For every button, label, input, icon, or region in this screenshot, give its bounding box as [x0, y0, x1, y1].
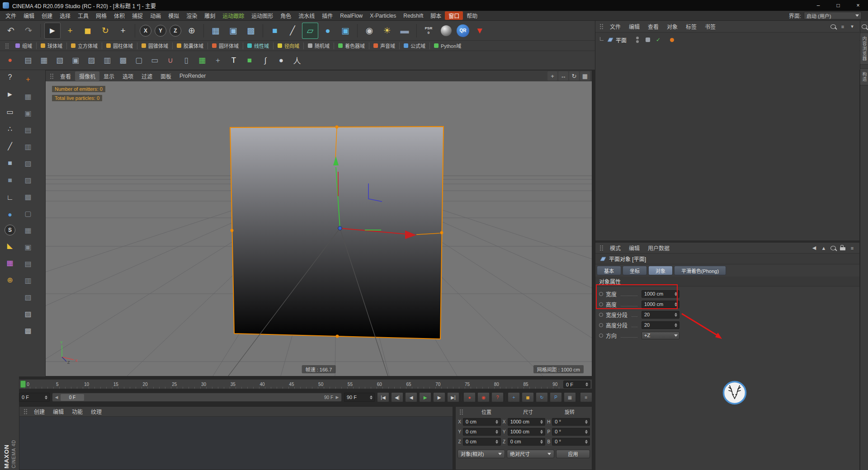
object-list-item[interactable]: 平面 ✓	[598, 36, 857, 44]
keyframe-dot-icon[interactable]	[599, 313, 603, 317]
attribute-manager-menu-item[interactable]: 用户数据	[644, 244, 674, 252]
rotation-field[interactable]: 0 °	[552, 428, 590, 436]
menu-item[interactable]: 捕捉	[128, 11, 146, 20]
close-button[interactable]: ×	[848, 0, 868, 11]
apply-button[interactable]: 应用	[556, 450, 590, 458]
attribute-value-field[interactable]: +Z	[642, 332, 679, 339]
keyframe-dot-icon[interactable]	[599, 323, 603, 327]
back-icon[interactable]: ◀	[811, 245, 817, 251]
end-frame-field[interactable]: 90 F	[344, 393, 375, 402]
minimize-button[interactable]: –	[808, 0, 828, 11]
joint-tool-button[interactable]: 人	[290, 53, 304, 68]
live-selection-tool[interactable]: ►	[44, 23, 61, 39]
render-view-button[interactable]: ▦	[208, 23, 224, 39]
palette-grid-icon[interactable]: ▧	[21, 156, 35, 170]
last-used-tool[interactable]: +	[115, 23, 131, 39]
viewport-menu-item[interactable]: 过滤	[137, 71, 156, 81]
size-field[interactable]: 0 cm	[508, 438, 546, 446]
stepper-icon[interactable]	[584, 428, 588, 435]
record-pla-toggle[interactable]: ▦	[564, 392, 576, 402]
polygon-mode-button[interactable]: ■	[3, 156, 17, 170]
mesh-tool-icon[interactable]: ▨	[84, 53, 99, 68]
field-object-button[interactable]: 随机域	[303, 42, 334, 49]
menu-item[interactable]: 体积	[110, 11, 128, 20]
toggle-views-icon[interactable]: ▦	[580, 71, 590, 80]
palette-grid-icon[interactable]: ▦	[21, 223, 35, 237]
size-field[interactable]: 1000 cm	[508, 418, 546, 426]
render-picture-viewer-button[interactable]: ▣	[225, 23, 241, 39]
menu-item[interactable]: 窗口	[445, 11, 463, 20]
spiral-spline-button[interactable]: ∫	[258, 53, 273, 68]
mesh-tool-icon[interactable]: ▢	[132, 53, 146, 68]
camera-button[interactable]: ◉	[361, 23, 377, 39]
palette-grid-icon[interactable]: ▩	[21, 323, 35, 338]
field-object-button[interactable]: 声音域	[369, 42, 399, 49]
record-scale-toggle[interactable]: ◼	[522, 392, 534, 402]
floor-button[interactable]: ▬	[396, 23, 413, 39]
edge-mode-button[interactable]: ╱	[3, 139, 17, 153]
field-object-button[interactable]: Python域	[429, 42, 465, 49]
field-object-button[interactable]: 圆锥体域	[137, 42, 172, 49]
layout-toggle-button[interactable]: ≡	[580, 392, 592, 402]
pan-view-icon[interactable]: +	[547, 71, 557, 80]
menu-item[interactable]: 网格	[92, 11, 110, 20]
drag-handle-icon[interactable]	[50, 73, 54, 79]
keyframe-dot-icon[interactable]	[599, 334, 603, 338]
field-object-button[interactable]: 组域	[11, 42, 36, 49]
palette-grid-icon[interactable]: ▤	[21, 122, 35, 137]
stepper-icon[interactable]	[44, 394, 48, 401]
model-mode-button[interactable]: ►	[3, 87, 17, 102]
position-field[interactable]: 0 cm	[463, 438, 501, 446]
stepper-icon[interactable]	[539, 418, 543, 425]
scale-tool[interactable]: ◼	[80, 23, 96, 39]
drag-handle-icon[interactable]	[24, 409, 28, 414]
lock-icon[interactable]	[840, 247, 845, 250]
panel-menu-icon[interactable]: ≡	[849, 245, 855, 251]
plugin-arrow-button[interactable]: ▼	[472, 23, 488, 39]
dock-tab[interactable]: 构造	[860, 68, 868, 85]
texture-mode-button[interactable]: ▭	[3, 104, 17, 119]
object-name[interactable]: 平面	[616, 36, 627, 44]
paint-bucket-button[interactable]: ◣	[3, 238, 17, 253]
z-axis-lock[interactable]: Z	[170, 25, 181, 37]
volume-mode-button[interactable]: ■	[3, 173, 17, 188]
stepper-icon[interactable]	[585, 381, 589, 388]
stepper-icon[interactable]	[539, 438, 543, 445]
goto-end-button[interactable]: ▶|	[447, 392, 459, 402]
play-button[interactable]: ▶	[419, 392, 431, 402]
display-tag-icon[interactable]	[646, 38, 650, 42]
primitive-object-button[interactable]: ●	[274, 53, 288, 68]
position-field[interactable]: 0 cm	[463, 428, 501, 436]
keyframe-options-button[interactable]: ?	[491, 392, 504, 402]
viewport-menu-item[interactable]: 面板	[156, 71, 175, 81]
workplane-button[interactable]: ⊕	[3, 273, 17, 287]
coordinate-system-toggle[interactable]: ⊕	[184, 23, 200, 39]
stepper-icon[interactable]	[584, 418, 588, 425]
position-field[interactable]: 0 cm	[463, 418, 501, 426]
field-object-button[interactable]: 公式域	[399, 42, 429, 49]
timeline-ruler[interactable]: 051015202530354045505560657075808590 0 F	[19, 379, 592, 389]
field-object-button[interactable]: 线性域	[243, 42, 273, 49]
magnet-tool-icon[interactable]: ∪	[163, 53, 178, 68]
material-list-area[interactable]	[19, 417, 453, 470]
prev-key-button[interactable]: ◀|	[391, 392, 403, 402]
palette-grid-icon[interactable]: ▤	[21, 256, 35, 271]
object-state-dot[interactable]	[670, 38, 674, 42]
goto-start-button[interactable]: |◀	[377, 392, 389, 402]
palette-grid-icon[interactable]: ▨	[21, 173, 35, 187]
rotate-tool[interactable]: ↻	[97, 23, 113, 39]
menu-item[interactable]: 脚本	[427, 11, 445, 20]
add-cube-button[interactable]: ■	[267, 23, 283, 39]
object-manager-menu-item[interactable]: 查看	[644, 22, 663, 31]
menu-item[interactable]: 动画	[146, 11, 165, 20]
field-object-button[interactable]: 胶囊体域	[172, 42, 208, 49]
palette-grid-icon[interactable]: ▧	[21, 290, 35, 304]
menu-item[interactable]: 运动跟踪	[219, 11, 248, 20]
menu-item[interactable]: X-Particles	[366, 12, 400, 19]
object-manager-menu-item[interactable]: 编辑	[625, 22, 644, 31]
search-icon[interactable]	[830, 246, 836, 250]
object-manager-menu-item[interactable]: 书签	[701, 22, 720, 31]
field-object-button[interactable]: 圆柱体域	[102, 42, 137, 49]
y-axis-lock[interactable]: Y	[155, 25, 166, 37]
palette-grid-icon[interactable]: ▢	[21, 206, 35, 221]
